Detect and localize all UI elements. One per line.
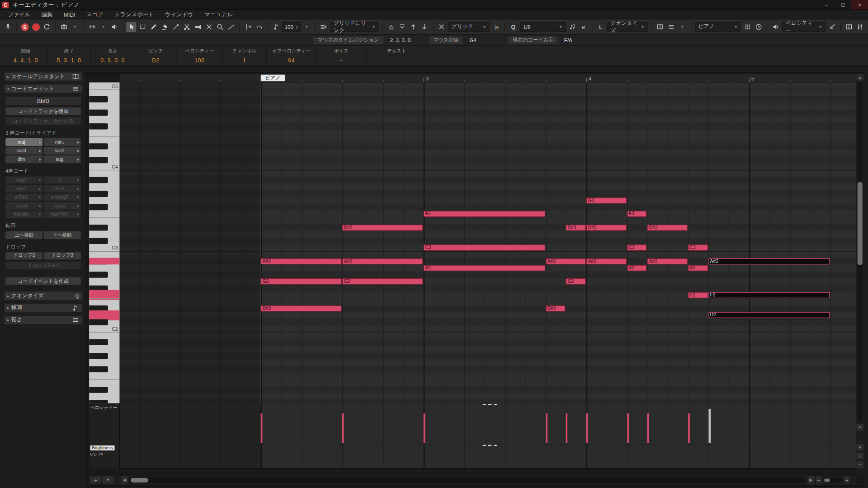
chord-type-button-7[interactable]: 7▶ <box>44 176 81 184</box>
horizontal-scroll-thumb[interactable] <box>131 478 148 483</box>
draw-tool[interactable] <box>149 22 159 32</box>
timeline-ruler[interactable]: ピアノ 345 <box>120 74 856 82</box>
drop3-button[interactable]: ドロップ3 <box>44 252 81 260</box>
menu-item-4[interactable]: トランスポート <box>109 10 160 18</box>
cc-lane-param-label[interactable]: Brightness <box>90 446 115 450</box>
piano-key-A#1[interactable] <box>89 339 108 346</box>
info-field-value[interactable]: 1 <box>243 57 246 63</box>
minimize-button[interactable]: – <box>818 0 835 9</box>
transpose-up-button[interactable] <box>409 22 419 32</box>
chord-type-button-maj7[interactable]: maj7▶ <box>5 176 42 184</box>
part-editing-mode-button[interactable] <box>254 22 264 32</box>
chord-type-button-dim[interactable]: dim▶ <box>5 155 42 163</box>
quantize-panel-select[interactable]: クオンタイズ ▼ <box>607 22 647 32</box>
velocity-bar[interactable] <box>586 413 588 443</box>
chord-type-button-maj[interactable]: maj▶ <box>5 138 42 146</box>
open-in-lower-zone-button[interactable] <box>827 22 837 32</box>
midi-note-C3[interactable]: C3 <box>424 245 545 251</box>
midi-note-A2[interactable]: A2 <box>688 265 708 271</box>
glue-tool[interactable] <box>193 22 203 32</box>
snap-toggle-button[interactable] <box>437 22 447 32</box>
scroll-right-button[interactable]: ▶ <box>808 476 815 483</box>
menu-item-0[interactable]: ファイル <box>2 10 36 18</box>
mute-tool[interactable] <box>204 22 214 32</box>
midi-note-A#2[interactable]: A#2 <box>342 258 423 264</box>
insert-velocity-dropdown[interactable]: ▼ <box>302 22 311 32</box>
part-select[interactable]: ピアノ ▼ <box>695 22 741 32</box>
chord-type-button-min7[interactable]: min7▶ <box>5 185 42 192</box>
chord-type-button-sus4[interactable]: sus4▶ <box>5 147 42 155</box>
info-field-value[interactable]: – <box>340 57 343 63</box>
section-chord-editing[interactable]: ▾ コードエディット <box>5 84 82 93</box>
chord-type-button-sus2[interactable]: sus2▶ <box>44 147 81 155</box>
zoom-slider-thumb[interactable] <box>824 479 830 482</box>
cc-lane-header[interactable]: Brightness CC 74 <box>89 444 120 469</box>
piano-key-G#4[interactable] <box>89 110 108 116</box>
info-field-value[interactable]: 100 <box>194 57 204 63</box>
cc-lane[interactable] <box>120 444 856 469</box>
autoscroll-button[interactable] <box>243 22 253 32</box>
midi-note-G3[interactable]: G3 <box>586 197 627 204</box>
color-mode-select[interactable]: ベロシティー ▼ <box>783 22 826 32</box>
midi-note-F2[interactable]: F2 <box>688 292 708 298</box>
match-chord-track-button[interactable]: コードトラックに合わせる <box>5 117 81 125</box>
midi-note-G2[interactable]: G2 <box>261 278 342 285</box>
chord-type-button-aug[interactable]: aug▶ <box>44 155 81 163</box>
lane-resize-handle[interactable] <box>483 445 497 446</box>
midi-note-C3[interactable]: C3 <box>627 245 647 251</box>
create-chord-event-button[interactable]: コードイベントを作成 <box>5 277 81 285</box>
autoscroll-mode-button[interactable] <box>87 22 97 32</box>
info-field-value[interactable]: 5. 3. 1. 0 <box>57 57 81 63</box>
add-chord-track-button[interactable]: コードトラックを追加 <box>5 108 81 115</box>
piano-keyboard[interactable]: C5C4C3C2 <box>89 82 120 403</box>
midi-note-G2[interactable]: G2 <box>566 278 586 285</box>
zoom-in-button[interactable]: + <box>844 476 849 483</box>
velocity-bar[interactable] <box>546 413 547 443</box>
length-adjust-button[interactable]: -|+ <box>491 22 501 32</box>
nudge-start-down-button[interactable] <box>397 22 407 32</box>
piano-key-F#4[interactable] <box>89 123 108 130</box>
info-field-6[interactable]: オフベロシティー64 <box>267 46 316 66</box>
piano-key-G#2[interactable] <box>89 272 108 278</box>
zoom-out-button[interactable]: − <box>816 476 821 483</box>
midi-note-G2[interactable]: G2 <box>342 278 423 285</box>
retrospective-record-button[interactable] <box>42 22 52 32</box>
zoom-in-vertical-button[interactable]: + <box>856 453 863 460</box>
midi-note-D#3[interactable]: D#3 <box>566 225 586 231</box>
close-button[interactable]: × <box>851 0 868 9</box>
scroll-left-button[interactable]: ◀ <box>121 476 128 483</box>
info-field-value[interactable]: D2 <box>152 57 160 63</box>
midi-note-A#2[interactable]: A#2 <box>647 258 688 264</box>
chord-type-button-7sus4[interactable]: 7sus4▶ <box>5 202 42 210</box>
piano-key-C#1[interactable] <box>89 400 108 403</box>
inversion-up-button[interactable]: 上へ移動 <box>5 231 42 239</box>
piano-key-F#1[interactable] <box>89 366 108 372</box>
piano-key-C#2[interactable] <box>89 319 108 325</box>
piano-key-C#4[interactable] <box>89 157 108 163</box>
midi-note-D#3[interactable]: D#3 <box>586 225 627 231</box>
maximize-button[interactable]: □ <box>835 0 852 9</box>
object-select-tool[interactable] <box>127 22 137 32</box>
menu-item-3[interactable]: スコア <box>81 10 109 18</box>
pin-button[interactable] <box>3 22 13 32</box>
quantize-icon-button[interactable]: Q <box>508 22 518 32</box>
info-field-4[interactable]: ベロシティー100 <box>177 46 222 66</box>
chord-type-button-maj7-5[interactable]: maj7/#5▶ <box>44 211 81 218</box>
split-tool[interactable] <box>182 22 192 32</box>
track-list-dropdown[interactable]: ▼ <box>677 22 687 32</box>
range-select-tool[interactable] <box>137 22 147 32</box>
quantize-lengths-button[interactable]: L <box>595 22 605 32</box>
velocity-bar[interactable] <box>708 409 711 443</box>
part-name-tag[interactable]: ピアノ <box>261 75 285 81</box>
midi-note-F3[interactable]: F3 <box>424 211 545 217</box>
zoom-tool[interactable] <box>215 22 225 32</box>
piano-key-A#4[interactable] <box>89 96 108 103</box>
time-display-button[interactable] <box>754 22 764 32</box>
velocity-bar[interactable] <box>566 413 568 443</box>
vertical-scroll-thumb[interactable] <box>858 182 863 265</box>
section-transpose[interactable]: ▸ 移調 <box>5 304 82 312</box>
scroll-up-button[interactable]: ▲ <box>856 74 863 81</box>
highlighted-key-A#2[interactable] <box>89 258 119 265</box>
solo-editor-button[interactable]: S <box>20 22 30 32</box>
event-display-button[interactable] <box>655 22 665 32</box>
